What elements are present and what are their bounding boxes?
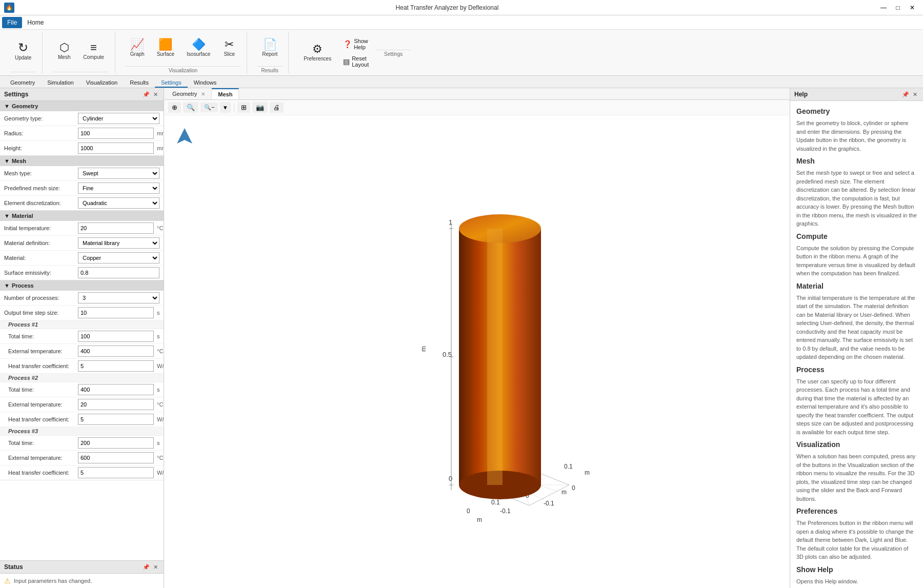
reset-layout-icon: ▤ xyxy=(343,57,350,66)
slice-button[interactable]: ✂ Slice xyxy=(218,36,240,59)
z-pos01: -0.1 xyxy=(544,500,554,507)
settings-content: ▼ Geometry Geometry type: Cylinder Block… xyxy=(0,101,164,560)
preferences-button[interactable]: ⚙ Preferences xyxy=(299,41,336,64)
tab-windows[interactable]: Windows xyxy=(188,78,223,88)
radius-input[interactable] xyxy=(78,128,154,139)
p2-htc-row: Heat transfer coefficient: W/(m²·K) xyxy=(0,412,164,427)
settings-section-process: ▼ Process Number of processes: 1 2 3 4 xyxy=(0,280,164,480)
p1-total-input[interactable] xyxy=(78,331,154,342)
help-section-geometry: Geometry Set the geometry to block, cyli… xyxy=(796,106,917,153)
p1-htc-row: Heat transfer coefficient: W/(m²·K) xyxy=(0,359,164,374)
mesh-type-row: Mesh type: Swept Free xyxy=(0,166,164,181)
tab-simulation[interactable]: Simulation xyxy=(41,78,79,88)
zoom-menu-button[interactable]: ▾ xyxy=(220,102,231,113)
mesh-size-label: Predefined mesh size: xyxy=(4,185,76,191)
init-temp-label: Initial temperature: xyxy=(4,225,76,231)
status-message: Input parameters has changed. xyxy=(14,578,92,584)
mesh-button[interactable]: ⬡ Mesh xyxy=(53,39,75,63)
help-section-process: Process The user can specify up to four … xyxy=(796,364,917,437)
zoom-fit-button[interactable]: ⊕ xyxy=(168,102,181,113)
p3-ext-temp-unit: °C xyxy=(157,455,163,461)
settings-pin-button[interactable]: 📌 xyxy=(142,90,150,98)
help-pin-button[interactable]: 📌 xyxy=(901,90,910,98)
print-button[interactable]: 🖨 xyxy=(270,102,284,113)
p3-total-input[interactable] xyxy=(78,437,154,449)
p1-htc-unit: W/(m²·K) xyxy=(157,363,164,369)
mesh-type-select[interactable]: Swept Free xyxy=(78,168,159,179)
material-select[interactable]: Copper Steel Aluminum xyxy=(78,252,159,263)
graph-button[interactable]: 📈 Graph xyxy=(126,36,149,59)
tab-results[interactable]: Results xyxy=(124,78,155,88)
mat-def-row: Material definition: Material library Us… xyxy=(0,236,164,251)
grid-button[interactable]: ⊞ xyxy=(237,102,250,113)
show-help-button[interactable]: ❓ Show Help xyxy=(340,36,372,52)
mesh-size-select[interactable]: Coarse Medium Fine xyxy=(78,183,159,194)
settings-section-mesh-header[interactable]: ▼ Mesh xyxy=(0,156,164,166)
height-input[interactable] xyxy=(78,143,154,154)
zoom-in-button[interactable]: 🔍 xyxy=(183,102,198,113)
num-processes-row: Number of processes: 1 2 3 4 xyxy=(0,291,164,306)
settings-section-process-header[interactable]: ▼ Process xyxy=(0,280,164,291)
show-help-icon: ❓ xyxy=(343,40,352,48)
isosurface-label: Isosurface xyxy=(187,51,210,57)
mesh-collapse-icon: ▼ xyxy=(4,158,10,164)
geometry-type-select[interactable]: Cylinder Block Sphere xyxy=(78,113,159,124)
ribbon-group-update: ↻ Update xyxy=(4,32,43,73)
app-title: Heat Transfer Analyzer by Deflexional xyxy=(17,4,877,11)
menu-item-home[interactable]: Home xyxy=(22,17,49,28)
num-processes-select[interactable]: 1 2 3 4 xyxy=(78,292,159,303)
mat-def-select[interactable]: Material library User-defined xyxy=(78,237,159,249)
surface-emis-input[interactable] xyxy=(78,267,159,278)
p3-htc-input[interactable] xyxy=(78,467,154,478)
menu-item-file[interactable]: File xyxy=(2,17,22,28)
init-temp-input[interactable] xyxy=(78,222,154,234)
tab-settings[interactable]: Settings xyxy=(155,78,188,88)
p1-ext-temp-input[interactable] xyxy=(78,346,154,357)
surface-button[interactable]: 🟧 Surface xyxy=(152,36,179,59)
left-column: Settings 📌 ✕ ▼ Geometry Geometry type: xyxy=(0,88,164,588)
compute-button[interactable]: ≡ Compute xyxy=(78,39,109,63)
settings-section-material-header[interactable]: ▼ Material xyxy=(0,211,164,221)
p3-ext-temp-input[interactable] xyxy=(78,452,154,463)
status-pin-button[interactable]: 📌 xyxy=(142,563,150,571)
p3-total-unit: s xyxy=(157,440,160,446)
status-warning-icon: ⚠ xyxy=(4,577,11,585)
status-close-button[interactable]: ✕ xyxy=(151,563,159,571)
z-neg01: -0.1 xyxy=(500,508,511,515)
geometry-tab-close[interactable]: ✕ xyxy=(201,91,205,97)
report-button[interactable]: 📄 Report xyxy=(257,36,282,59)
viewport-tab-geometry[interactable]: Geometry ✕ xyxy=(166,88,212,99)
p2-total-input[interactable] xyxy=(78,384,154,395)
help-close-button[interactable]: ✕ xyxy=(911,90,919,98)
mesh-label: Mesh xyxy=(58,54,70,60)
settings-section-geometry-header[interactable]: ▼ Geometry xyxy=(0,101,164,111)
p2-htc-input[interactable] xyxy=(78,414,154,425)
minimize-button[interactable]: — xyxy=(877,3,890,13)
cylinder-svg: 1 0.5 0 m 0.1 0 -0.1 -0.1 m 0 m 0.1 xyxy=(349,177,605,526)
isosurface-button[interactable]: 🔷 Isosurface xyxy=(182,36,215,59)
viewport-tab-mesh[interactable]: Mesh xyxy=(212,88,239,99)
zoom-out-button[interactable]: 🔍− xyxy=(200,103,218,112)
elem-discr-select[interactable]: Linear Quadratic xyxy=(78,197,159,209)
screenshot-button[interactable]: 📷 xyxy=(252,102,268,113)
tab-visualization[interactable]: Visualization xyxy=(80,78,124,88)
process-collapse-icon: ▼ xyxy=(4,282,10,289)
output-step-input[interactable] xyxy=(78,307,154,318)
menubar: File Home xyxy=(0,15,923,30)
close-button[interactable]: ✕ xyxy=(906,3,919,13)
update-button[interactable]: ↻ Update xyxy=(10,39,36,63)
p2-ext-temp-input[interactable] xyxy=(78,399,154,410)
help-material-title: Material xyxy=(796,281,917,292)
help-viz-title: Visualization xyxy=(796,439,917,450)
reset-layout-button[interactable]: ▤ Reset Layout xyxy=(340,54,372,69)
ribbon-section-label-results: Results xyxy=(257,66,282,73)
height-unit: mm xyxy=(157,145,164,151)
p1-htc-input[interactable] xyxy=(78,360,154,372)
help-showhelp-title: Show Help xyxy=(796,564,917,575)
tab-geometry[interactable]: Geometry xyxy=(4,78,41,88)
isosurface-icon: 🔷 xyxy=(192,39,206,50)
status-content: ⚠ Input parameters has changed. xyxy=(0,574,164,588)
maximize-button[interactable]: □ xyxy=(891,3,905,13)
ribbon-section-label-settings: Settings xyxy=(376,50,411,57)
settings-close-button[interactable]: ✕ xyxy=(151,90,159,98)
